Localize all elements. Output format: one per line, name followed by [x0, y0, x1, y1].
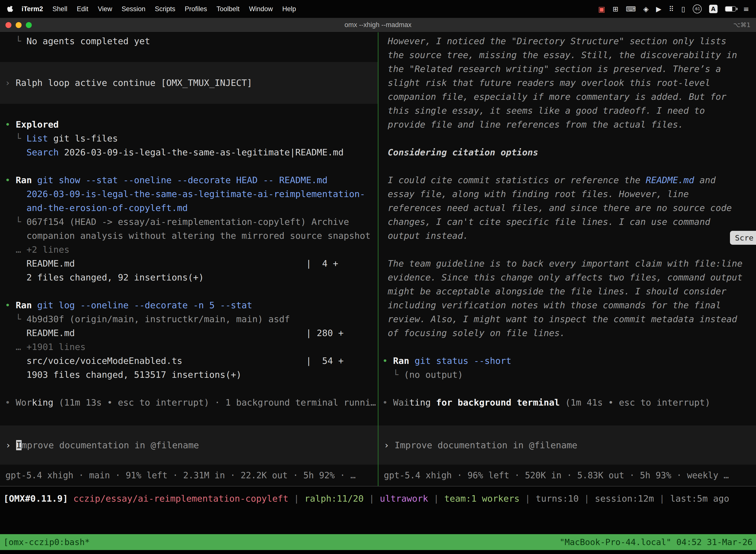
terminal-line: The team guideline is to back every impo… [378, 257, 756, 271]
terminal-line [378, 243, 756, 257]
terminal-line: • Working (11m 13s • esc to interrupt) ·… [0, 396, 378, 409]
terminal-line: └ 4b9d30f (origin/main, instructkr/main,… [0, 312, 378, 326]
menu-item-scripts[interactable]: Scripts [150, 5, 180, 13]
terminal-line: … +1901 lines [0, 340, 378, 354]
terminal-line: companion file, especially if more comme… [378, 90, 756, 104]
omx-status-line: [OMX#0.11.9] cczip/essay/ai-reimplementa… [3, 493, 753, 504]
right-prompt-input[interactable]: › Improve documentation in @filename [378, 426, 756, 465]
window-shortcut-badge: ⌥⌘1 [733, 21, 751, 29]
left-terminal-pane[interactable]: └ No agents completed yet › Ralph loop a… [0, 32, 378, 486]
prompt-placeholder: mprove documentation in @filename [21, 440, 199, 450]
window-grid-icon[interactable]: ⊞ [613, 5, 618, 13]
window-title-bar[interactable]: omx --xhigh --madmax ⌥⌘1 [0, 18, 756, 32]
right-scrollback[interactable]: However, I noticed the "Directory Struct… [378, 32, 756, 426]
terminal-line: • Ran git show --stat --oneline --decora… [0, 173, 378, 187]
terminal-line: essay file, along with finding root file… [378, 187, 756, 201]
side-tooltip[interactable]: Scre [730, 231, 756, 245]
menu-item-session[interactable]: Session [117, 5, 150, 13]
play-icon[interactable]: ▶ [656, 5, 662, 13]
left-model-status-line: gpt-5.4 xhigh · main · 91% left · 2.31M … [0, 465, 378, 486]
phone-icon[interactable]: ▯ [681, 5, 685, 13]
menu-items: iTerm2ShellEditViewSessionScriptsProfile… [17, 5, 301, 13]
menu-item-toolbelt[interactable]: Toolbelt [212, 5, 244, 13]
terminal-line: references need actual files, and since … [378, 201, 756, 215]
terminal-line: Considering citation options [378, 146, 756, 159]
terminal-line: README.md | 4 + [0, 257, 378, 271]
right-model-status-line: gpt-5.4 xhigh · 96% left · 520K in · 5.8… [378, 465, 756, 486]
terminal-line: review. Also, I might want to inspect th… [378, 312, 756, 326]
terminal-panes: └ No agents completed yet › Ralph loop a… [0, 32, 756, 486]
menu-item-edit[interactable]: Edit [72, 5, 93, 13]
terminal-line: src/voice/voiceModeEnabled.ts | 54 + [0, 354, 378, 368]
terminal-line: • Ran git log --oneline --decorate -n 5 … [0, 298, 378, 312]
terminal-line: companion analysis without altering the … [0, 229, 378, 243]
terminal-line [0, 48, 378, 62]
menu-item-iterm2[interactable]: iTerm2 [17, 5, 48, 13]
tmux-status-bar: [omx-cczip0:bash* "MacBook-Pro-44.local"… [0, 534, 756, 550]
shield-icon[interactable]: ◈ [643, 5, 649, 13]
terminal-line: 1903 files changed, 513517 insertions(+) [0, 368, 378, 382]
menu-item-profiles[interactable]: Profiles [180, 5, 212, 13]
menu-item-window[interactable]: Window [244, 5, 277, 13]
macos-menu-bar: iTerm2ShellEditViewSessionScriptsProfile… [0, 0, 756, 18]
battery-icon[interactable] [725, 6, 736, 12]
terminal-line [378, 131, 756, 146]
terminal-line: provide file and line references from th… [378, 118, 756, 131]
terminal-line: and-the-erosion-of-copyleft.md [0, 201, 378, 215]
terminal-line: including verification notes with those … [378, 298, 756, 312]
terminal-line: might be acceptable alongside the file l… [378, 284, 756, 298]
bottom-gap [0, 550, 756, 554]
terminal-line: • Waiting for background terminal (1m 41… [378, 396, 756, 409]
cpu-gauge-icon[interactable]: .61 [693, 4, 702, 13]
menu-extra-icon[interactable]: ≡ [743, 5, 749, 13]
terminal-line: the "Related research writing" section i… [378, 62, 756, 76]
terminal-line: └ List git ls-files [0, 131, 378, 146]
menu-item-view[interactable]: View [93, 5, 117, 13]
menu-status-icons: ▣⊞⌨◈▶⠿▯.61A≡ [598, 4, 749, 13]
terminal-line: • Explored [0, 118, 378, 131]
terminal-line: └ (no output) [378, 368, 756, 382]
terminal-line [0, 284, 378, 298]
terminal-line: Search 2026-03-09-is-legal-the-same-as-l… [0, 146, 378, 159]
apple-menu-icon[interactable] [7, 5, 13, 13]
terminal-line: evidence. Since this change only affects… [378, 271, 756, 284]
prompt-placeholder: Improve documentation in @filename [395, 440, 577, 450]
tmux-session-label[interactable]: [omx-cczip0:bash* [3, 537, 90, 547]
right-terminal-pane[interactable]: However, I noticed the "Directory Struct… [378, 32, 756, 486]
terminal-line [0, 382, 378, 396]
text-cursor: I [16, 440, 21, 450]
terminal-line: changes, I can't cite specific file line… [378, 215, 756, 229]
terminal-line [0, 104, 378, 118]
left-scrollback[interactable]: └ No agents completed yet › Ralph loop a… [0, 32, 378, 426]
app-grid-icon[interactable]: ⠿ [669, 5, 674, 13]
terminal-line: of focusing solely on file lines. [378, 326, 756, 340]
left-prompt-input[interactable]: › Improve documentation in @filename [0, 426, 378, 465]
omx-status-bar: [OMX#0.11.9] cczip/essay/ai-reimplementa… [0, 486, 756, 534]
terminal-line: the source tree, missing the essay. Stil… [378, 48, 756, 62]
terminal-line: README.md | 280 + [0, 326, 378, 340]
terminal-line: this single essay, it seems like a good … [378, 104, 756, 118]
terminal-line: However, I noticed the "Directory Struct… [378, 34, 756, 48]
screen-recording-icon[interactable]: ▣ [598, 5, 605, 13]
terminal-line: output instead. [378, 229, 756, 243]
terminal-line: └ No agents completed yet [0, 34, 378, 48]
input-source-icon[interactable]: A [709, 5, 717, 13]
terminal-line: … +2 lines [0, 243, 378, 257]
terminal-line: • Ran git status --short [378, 354, 756, 368]
terminal-line: 2026-03-09-is-legal-the-same-as-legitima… [0, 187, 378, 201]
terminal-line: slight risk that future readers may over… [378, 76, 756, 90]
menu-item-shell[interactable]: Shell [48, 5, 72, 13]
terminal-line [378, 159, 756, 173]
terminal-line: I could cite commit statistics or refere… [378, 173, 756, 187]
terminal-line [378, 340, 756, 354]
prompt-chevron-icon: › [5, 440, 16, 450]
terminal-line: 2 files changed, 92 insertions(+) [0, 271, 378, 284]
menu-item-help[interactable]: Help [277, 5, 301, 13]
keyboard-icon[interactable]: ⌨ [626, 5, 636, 13]
window-title: omx --xhigh --madmax [0, 21, 756, 29]
prompt-chevron-icon: › [384, 440, 395, 450]
tmux-host-clock: "MacBook-Pro-44.local" 04:52 31-Mar-26 [560, 537, 753, 547]
terminal-line [378, 382, 756, 396]
terminal-line: └ 067f154 (HEAD -> essay/ai-reimplementa… [0, 215, 378, 229]
terminal-line [0, 159, 378, 173]
